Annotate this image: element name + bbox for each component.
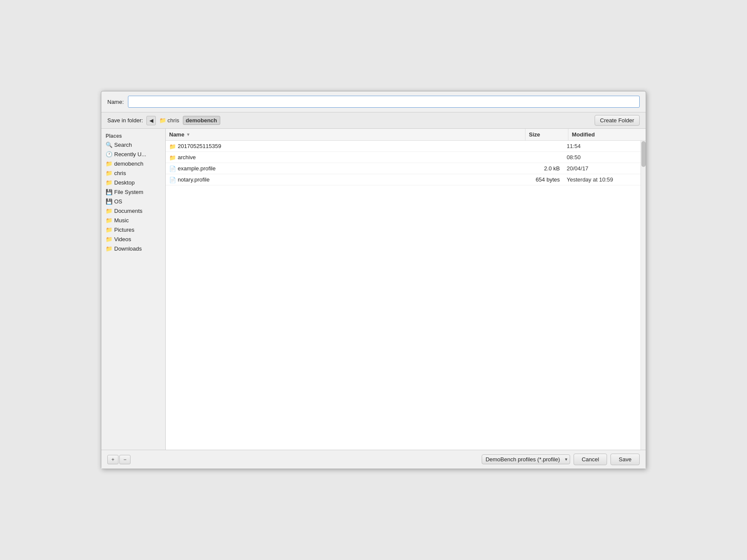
breadcrumb-chris[interactable]: 📁 chris xyxy=(157,116,182,124)
scrollbar-track[interactable] xyxy=(641,141,646,450)
os-icon: 💾 xyxy=(106,198,112,205)
column-name-label: Name xyxy=(169,131,184,138)
sidebar-item-label: Pictures xyxy=(114,227,134,233)
file-row[interactable]: 📁 20170525115359 11:54 xyxy=(166,141,641,152)
cancel-button[interactable]: Cancel xyxy=(574,454,607,465)
sidebar-item-downloads[interactable]: 📁Downloads xyxy=(101,244,165,253)
sidebar-item-recently-used[interactable]: 🕐Recently U... xyxy=(101,149,165,159)
filter-select[interactable]: DemoBench profiles (*.profile)All files xyxy=(482,454,570,464)
file-row[interactable]: 📁 archive 08:50 xyxy=(166,152,641,163)
file-type-icon: 📄 xyxy=(169,177,176,183)
file-name-cell: 📁 20170525115359 xyxy=(166,141,520,151)
chris-icon: 📁 xyxy=(106,170,112,176)
name-row: Name: xyxy=(101,91,646,112)
save-in-label: Save in folder: xyxy=(107,117,143,124)
file-type-icon: 📄 xyxy=(169,166,176,172)
sort-arrow: ▼ xyxy=(186,132,190,137)
breadcrumb-back-button[interactable]: ◀ xyxy=(146,116,156,125)
file-size: 2.0 kB xyxy=(544,165,560,172)
column-modified[interactable]: Modified xyxy=(568,129,646,140)
file-modified-cell: 11:54 xyxy=(563,141,641,151)
sidebar-section-label: Places xyxy=(101,131,165,140)
save-dialog: Name: Save in folder: ◀ 📁 chris demobenc… xyxy=(101,91,646,469)
file-modified-cell: 20/04/17 xyxy=(563,163,641,174)
sidebar-item-label: Music xyxy=(114,217,129,224)
name-input[interactable] xyxy=(128,96,640,108)
file-name-cell: 📁 archive xyxy=(166,152,520,163)
sidebar-item-label: OS xyxy=(114,198,122,205)
breadcrumb-demobench[interactable]: demobench xyxy=(183,116,220,125)
sidebar-item-label: Videos xyxy=(114,236,131,242)
downloads-icon: 📁 xyxy=(106,245,112,252)
column-size-label: Size xyxy=(529,131,540,138)
file-modified-cell: 08:50 xyxy=(563,152,641,163)
file-row[interactable]: 📄 example.profile 2.0 kB 20/04/17 xyxy=(166,163,641,174)
file-name-cell: 📄 example.profile xyxy=(166,163,520,174)
search-icon: 🔍 xyxy=(106,141,112,148)
sidebar-item-label: Search xyxy=(114,142,132,148)
sidebar-item-desktop[interactable]: 📁Desktop xyxy=(101,178,165,187)
file-size-cell: 654 bytes xyxy=(520,174,563,185)
sidebar-item-label: demobench xyxy=(114,160,143,167)
sidebar-items: 🔍Search🕐Recently U...📁demobench📁chris📁De… xyxy=(101,140,165,253)
sidebar-item-chris[interactable]: 📁chris xyxy=(101,168,165,178)
sidebar-item-search[interactable]: 🔍Search xyxy=(101,140,165,149)
demobench-icon: 📁 xyxy=(106,160,112,167)
sidebar-item-label: Recently U... xyxy=(114,151,146,157)
sidebar-item-label: Desktop xyxy=(114,179,135,186)
column-name[interactable]: Name ▼ xyxy=(166,129,525,140)
save-button[interactable]: Save xyxy=(610,454,640,465)
file-list-scroll-inner: 📁 20170525115359 11:54 📁 archive 08:50 xyxy=(166,141,641,450)
file-name: archive xyxy=(178,154,196,160)
breadcrumb-chris-label: chris xyxy=(167,117,179,124)
file-system-icon: 💾 xyxy=(106,188,112,195)
file-modified: Yesterday at 10:59 xyxy=(567,176,613,183)
column-size[interactable]: Size xyxy=(525,129,568,140)
file-modified-cell: Yesterday at 10:59 xyxy=(563,174,641,185)
file-row[interactable]: 📄 notary.profile 654 bytes Yesterday at … xyxy=(166,174,641,185)
sidebar-item-videos[interactable]: 📁Videos xyxy=(101,234,165,244)
file-list-scroll-container: 📁 20170525115359 11:54 📁 archive 08:50 xyxy=(166,141,646,450)
scrollbar-thumb[interactable] xyxy=(641,141,646,167)
sidebar-item-os[interactable]: 💾OS xyxy=(101,197,165,206)
sidebar-item-label: File System xyxy=(114,189,143,195)
file-name: notary.profile xyxy=(178,176,210,183)
name-label: Name: xyxy=(107,99,124,105)
file-name: example.profile xyxy=(178,165,216,172)
sidebar-item-pictures[interactable]: 📁Pictures xyxy=(101,225,165,234)
breadcrumb-folder-icon: 📁 xyxy=(159,117,166,124)
sidebar-item-file-system[interactable]: 💾File System xyxy=(101,187,165,197)
file-name-cell: 📄 notary.profile xyxy=(166,174,520,185)
filter-select-wrapper: DemoBench profiles (*.profile)All files xyxy=(482,454,570,464)
sidebar-item-demobench[interactable]: 📁demobench xyxy=(101,159,165,168)
breadcrumb-demobench-label: demobench xyxy=(186,117,217,124)
file-modified: 20/04/17 xyxy=(567,165,589,172)
desktop-icon: 📁 xyxy=(106,179,112,186)
create-folder-button[interactable]: Create Folder xyxy=(595,115,640,126)
column-modified-label: Modified xyxy=(572,131,595,138)
sidebar-item-label: Documents xyxy=(114,208,143,214)
remove-bookmark-button[interactable]: − xyxy=(119,455,131,464)
file-type-icon: 📁 xyxy=(169,154,176,160)
file-size-cell xyxy=(520,141,563,151)
recently-used-icon: 🕐 xyxy=(106,151,112,157)
file-list-area: Name ▼ Size Modified 📁 20170525115359 xyxy=(166,129,646,450)
music-icon: 📁 xyxy=(106,217,112,224)
sidebar-item-label: Downloads xyxy=(114,245,142,252)
file-size-cell xyxy=(520,152,563,163)
file-size: 654 bytes xyxy=(536,176,560,183)
file-list-header: Name ▼ Size Modified xyxy=(166,129,646,141)
file-name: 20170525115359 xyxy=(178,143,221,149)
add-bookmark-button[interactable]: + xyxy=(107,455,118,464)
documents-icon: 📁 xyxy=(106,207,112,214)
footer-right: DemoBench profiles (*.profile)All files … xyxy=(482,454,640,465)
sidebar-item-music[interactable]: 📁Music xyxy=(101,215,165,225)
pictures-icon: 📁 xyxy=(106,226,112,233)
sidebar-item-documents[interactable]: 📁Documents xyxy=(101,206,165,215)
file-modified: 08:50 xyxy=(567,154,581,160)
main-area: Places 🔍Search🕐Recently U...📁demobench📁c… xyxy=(101,129,646,450)
file-list-body: 📁 20170525115359 11:54 📁 archive 08:50 xyxy=(166,141,641,450)
save-in-row: Save in folder: ◀ 📁 chris demobench Crea… xyxy=(101,112,646,129)
dialog-footer: + − DemoBench profiles (*.profile)All fi… xyxy=(101,450,646,469)
videos-icon: 📁 xyxy=(106,236,112,242)
